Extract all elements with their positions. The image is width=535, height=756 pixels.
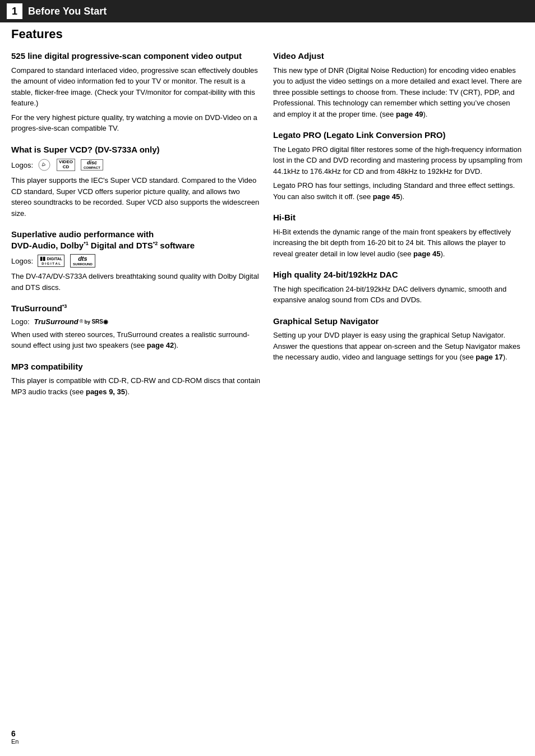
right-column: Video Adjust This new type of DNR (Digit… (273, 50, 524, 407)
audio-logos: Logos: ▮▮ DIGITAL D I G I T A L dts SURR… (11, 254, 262, 268)
vcd-logo: VIDEO CD (57, 159, 75, 171)
audio-performance-para: The DV-47A/DV-S733A delivers breathtakin… (11, 271, 262, 293)
video-adjust-title: Video Adjust (273, 50, 524, 62)
trusurround-logo-line: Logo: TruSurround ® by SRS◉ (11, 317, 262, 326)
chapter-title: Before You Start (28, 6, 107, 17)
mp3-para: This player is compatible with CD-R, CD-… (11, 375, 262, 397)
compact-disc-logo: disc COMPACT (81, 159, 103, 170)
super-vcd-title: What is Super VCD? (DV-S733A only) (11, 144, 262, 155)
subsection-audio-performance: Superlative audio performance with DVD-A… (11, 229, 262, 293)
legato-pro-para2: Legato PRO has four settings, including … (273, 180, 524, 202)
trusurround-logo: TruSurround ® by SRS◉ (34, 317, 108, 326)
graphical-setup-title: Graphical Setup Navigator (273, 316, 524, 327)
progressive-scan-para1: Compared to standard interlaced video, p… (11, 65, 262, 109)
page-language: En (11, 738, 19, 745)
subsection-graphical-setup: Graphical Setup Navigator Setting up you… (273, 316, 524, 363)
chapter-number: 1 (7, 3, 22, 19)
dolby-digital-logo: ▮▮ DIGITAL D I G I T A L (38, 255, 64, 267)
subsection-dac: High quality 24-bit/192kHz DAC The high … (273, 269, 524, 306)
progressive-scan-title: 525 line digital progressive-scan compon… (11, 50, 262, 62)
page-number: 6 (11, 729, 16, 738)
subsection-progressive-scan: 525 line digital progressive-scan compon… (11, 50, 262, 134)
hi-bit-para: Hi-Bit extends the dynamic range of the … (273, 227, 524, 260)
subsection-hi-bit: Hi-Bit Hi-Bit extends the dynamic range … (273, 212, 524, 259)
legato-pro-para1: The Legato PRO digital filter restores s… (273, 144, 524, 177)
svg-point-0 (39, 159, 50, 170)
trusurround-para: When used with stereo sources, TruSurrou… (11, 329, 262, 351)
logos-label: Logos: (11, 161, 33, 169)
page-wrapper: 1 Before You Start Features 525 line dig… (0, 0, 535, 756)
subsection-mp3: MP3 compatibility This player is compati… (11, 361, 262, 398)
content-area: Features 525 line digital progressive-sc… (0, 27, 535, 418)
mp3-title: MP3 compatibility (11, 361, 262, 372)
page-header: 1 Before You Start (0, 0, 535, 22)
subsection-super-vcd: What is Super VCD? (DV-S733A only) Logos… (11, 144, 262, 219)
logos-label2: Logos: (11, 257, 33, 265)
hi-bit-title: Hi-Bit (273, 212, 524, 223)
section-title: Features (11, 27, 524, 42)
audio-performance-title: Superlative audio performance with DVD-A… (11, 229, 262, 251)
graphical-setup-para: Setting up your DVD player is easy using… (273, 330, 524, 363)
subsection-trusurround: TruSurround*3 Logo: TruSurround ® by SRS… (11, 303, 262, 351)
trusurround-title: TruSurround*3 (11, 303, 262, 314)
super-vcd-para: This player supports the IEC's Super VCD… (11, 175, 262, 219)
legato-pro-title: Legato PRO (Legato Link Conversion PRO) (273, 130, 524, 141)
pencil-icon (38, 158, 51, 172)
page-footer: 6 En (11, 729, 19, 745)
subsection-legato-pro: Legato PRO (Legato Link Conversion PRO) … (273, 130, 524, 202)
dac-title: High quality 24-bit/192kHz DAC (273, 269, 524, 280)
dts-logo: dts SURROUND (70, 254, 95, 268)
video-adjust-para: This new type of DNR (Digital Noise Redu… (273, 65, 524, 120)
progressive-scan-para2: For the very highest picture quality, tr… (11, 112, 262, 134)
left-column: 525 line digital progressive-scan compon… (11, 50, 262, 407)
two-column-layout: 525 line digital progressive-scan compon… (11, 50, 524, 407)
dac-para: The high specification 24-bit/192kHz DAC… (273, 284, 524, 306)
subsection-video-adjust: Video Adjust This new type of DNR (Digit… (273, 50, 524, 119)
super-vcd-logos: Logos: VIDEO CD (11, 158, 262, 172)
logo-label3: Logo: (11, 317, 30, 326)
